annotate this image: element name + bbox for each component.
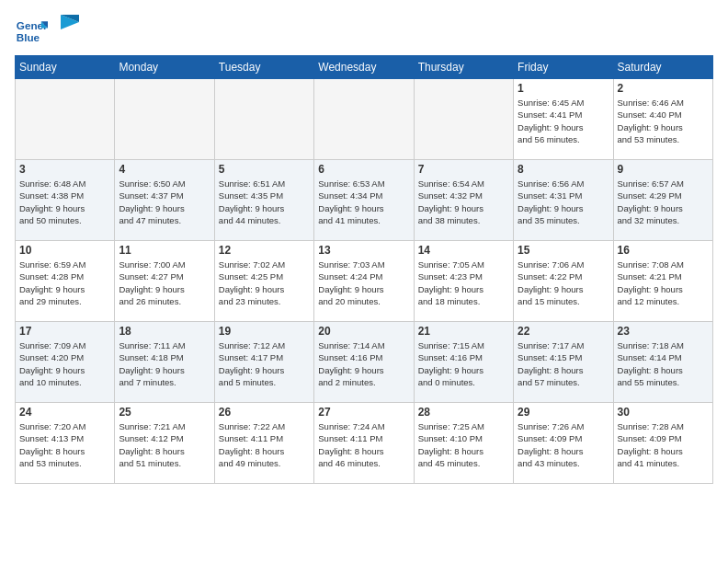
- day-info: Sunrise: 7:11 AMSunset: 4:18 PMDaylight:…: [119, 339, 210, 388]
- day-number: 16: [618, 244, 709, 257]
- calendar-table: SundayMondayTuesdayWednesdayThursdayFrid…: [15, 55, 713, 484]
- day-info: Sunrise: 7:09 AMSunset: 4:20 PMDaylight:…: [19, 339, 110, 388]
- calendar-day-cell: 6Sunrise: 6:53 AMSunset: 4:34 PMDaylight…: [314, 160, 414, 241]
- day-number: 8: [518, 163, 609, 176]
- calendar-day-cell: 8Sunrise: 6:56 AMSunset: 4:31 PMDaylight…: [514, 160, 613, 241]
- calendar-day-cell: [414, 79, 513, 160]
- svg-text:Blue: Blue: [17, 31, 40, 43]
- day-info: Sunrise: 7:00 AMSunset: 4:27 PMDaylight:…: [119, 259, 210, 307]
- weekday-header-friday: Friday: [514, 56, 613, 79]
- day-info: Sunrise: 6:59 AMSunset: 4:28 PMDaylight:…: [19, 259, 110, 307]
- day-info: Sunrise: 7:28 AMSunset: 4:09 PMDaylight:…: [618, 420, 709, 469]
- day-info: Sunrise: 6:57 AMSunset: 4:29 PMDaylight:…: [618, 178, 709, 226]
- day-number: 29: [518, 406, 609, 419]
- calendar-day-cell: 12Sunrise: 7:02 AMSunset: 4:25 PMDayligh…: [214, 241, 313, 322]
- weekday-header-wednesday: Wednesday: [314, 56, 414, 79]
- day-info: Sunrise: 7:17 AMSunset: 4:15 PMDaylight:…: [518, 339, 609, 388]
- calendar-day-cell: 22Sunrise: 7:17 AMSunset: 4:15 PMDayligh…: [514, 322, 613, 403]
- day-number: 3: [19, 163, 110, 176]
- calendar-day-cell: 11Sunrise: 7:00 AMSunset: 4:27 PMDayligh…: [115, 241, 214, 322]
- day-info: Sunrise: 6:45 AMSunset: 4:41 PMDaylight:…: [518, 97, 609, 145]
- weekday-header-saturday: Saturday: [613, 56, 712, 79]
- day-number: 5: [219, 163, 310, 176]
- weekday-header-monday: Monday: [115, 56, 214, 79]
- day-number: 12: [219, 244, 310, 257]
- day-info: Sunrise: 6:53 AMSunset: 4:34 PMDaylight:…: [318, 178, 409, 226]
- calendar-day-cell: 15Sunrise: 7:06 AMSunset: 4:22 PMDayligh…: [514, 241, 613, 322]
- day-info: Sunrise: 6:56 AMSunset: 4:31 PMDaylight:…: [518, 178, 609, 226]
- calendar-day-cell: 18Sunrise: 7:11 AMSunset: 4:18 PMDayligh…: [115, 322, 214, 403]
- calendar-day-cell: 24Sunrise: 7:20 AMSunset: 4:13 PMDayligh…: [16, 403, 115, 484]
- day-number: 2: [618, 82, 709, 95]
- calendar-day-cell: 16Sunrise: 7:08 AMSunset: 4:21 PMDayligh…: [613, 241, 712, 322]
- day-number: 21: [418, 325, 509, 338]
- logo-icon: General Blue: [15, 15, 48, 48]
- calendar-day-cell: 29Sunrise: 7:26 AMSunset: 4:09 PMDayligh…: [514, 403, 613, 484]
- day-info: Sunrise: 7:02 AMSunset: 4:25 PMDaylight:…: [219, 259, 310, 307]
- day-number: 17: [19, 325, 110, 338]
- calendar-day-cell: 23Sunrise: 7:18 AMSunset: 4:14 PMDayligh…: [613, 322, 712, 403]
- day-info: Sunrise: 7:18 AMSunset: 4:14 PMDaylight:…: [618, 339, 709, 388]
- day-number: 9: [618, 163, 709, 176]
- day-info: Sunrise: 7:20 AMSunset: 4:13 PMDaylight:…: [19, 420, 110, 469]
- day-info: Sunrise: 7:21 AMSunset: 4:12 PMDaylight:…: [119, 420, 210, 469]
- calendar-day-cell: 4Sunrise: 6:50 AMSunset: 4:37 PMDaylight…: [115, 160, 214, 241]
- calendar-week-row: 17Sunrise: 7:09 AMSunset: 4:20 PMDayligh…: [16, 322, 713, 403]
- day-info: Sunrise: 7:15 AMSunset: 4:16 PMDaylight:…: [418, 339, 509, 388]
- day-number: 10: [19, 244, 110, 257]
- calendar-day-cell: 28Sunrise: 7:25 AMSunset: 4:10 PMDayligh…: [414, 403, 513, 484]
- day-number: 19: [219, 325, 310, 338]
- calendar-day-cell: 26Sunrise: 7:22 AMSunset: 4:11 PMDayligh…: [214, 403, 313, 484]
- calendar-week-row: 3Sunrise: 6:48 AMSunset: 4:38 PMDaylight…: [16, 160, 713, 241]
- day-number: 22: [518, 325, 609, 338]
- day-info: Sunrise: 7:14 AMSunset: 4:16 PMDaylight:…: [318, 339, 409, 388]
- calendar-day-cell: 3Sunrise: 6:48 AMSunset: 4:38 PMDaylight…: [16, 160, 115, 241]
- weekday-header-thursday: Thursday: [414, 56, 513, 79]
- day-number: 30: [618, 406, 709, 419]
- day-info: Sunrise: 6:54 AMSunset: 4:32 PMDaylight:…: [418, 178, 509, 226]
- calendar-day-cell: 7Sunrise: 6:54 AMSunset: 4:32 PMDaylight…: [414, 160, 513, 241]
- calendar-week-row: 1Sunrise: 6:45 AMSunset: 4:41 PMDaylight…: [16, 79, 713, 160]
- day-number: 14: [418, 244, 509, 257]
- calendar-day-cell: [314, 79, 414, 160]
- day-number: 7: [418, 163, 509, 176]
- calendar-day-cell: 25Sunrise: 7:21 AMSunset: 4:12 PMDayligh…: [115, 403, 214, 484]
- day-number: 18: [119, 325, 210, 338]
- day-info: Sunrise: 7:25 AMSunset: 4:10 PMDaylight:…: [418, 420, 509, 469]
- day-number: 26: [219, 406, 310, 419]
- day-info: Sunrise: 6:46 AMSunset: 4:40 PMDaylight:…: [618, 97, 709, 145]
- day-number: 24: [19, 406, 110, 419]
- day-info: Sunrise: 7:24 AMSunset: 4:11 PMDaylight:…: [318, 420, 409, 469]
- day-number: 13: [318, 244, 409, 257]
- calendar-day-cell: [115, 79, 214, 160]
- day-number: 20: [318, 325, 409, 338]
- calendar-day-cell: 2Sunrise: 6:46 AMSunset: 4:40 PMDaylight…: [613, 79, 712, 160]
- calendar-day-cell: 9Sunrise: 6:57 AMSunset: 4:29 PMDaylight…: [613, 160, 712, 241]
- day-number: 15: [518, 244, 609, 257]
- day-info: Sunrise: 7:05 AMSunset: 4:23 PMDaylight:…: [418, 259, 509, 307]
- calendar-week-row: 10Sunrise: 6:59 AMSunset: 4:28 PMDayligh…: [16, 241, 713, 322]
- day-number: 11: [119, 244, 210, 257]
- day-number: 4: [119, 163, 210, 176]
- calendar-day-cell: [214, 79, 313, 160]
- day-number: 27: [318, 406, 409, 419]
- day-info: Sunrise: 7:03 AMSunset: 4:24 PMDaylight:…: [318, 259, 409, 307]
- calendar-day-cell: 13Sunrise: 7:03 AMSunset: 4:24 PMDayligh…: [314, 241, 414, 322]
- day-number: 28: [418, 406, 509, 419]
- calendar-day-cell: [16, 79, 115, 160]
- logo-flag-icon: [61, 15, 79, 40]
- page-header: General Blue: [15, 15, 713, 48]
- calendar-day-cell: 10Sunrise: 6:59 AMSunset: 4:28 PMDayligh…: [16, 241, 115, 322]
- day-info: Sunrise: 7:26 AMSunset: 4:09 PMDaylight:…: [518, 420, 609, 469]
- calendar-day-cell: 17Sunrise: 7:09 AMSunset: 4:20 PMDayligh…: [16, 322, 115, 403]
- day-info: Sunrise: 7:06 AMSunset: 4:22 PMDaylight:…: [518, 259, 609, 307]
- logo: General Blue: [15, 15, 79, 48]
- weekday-header-sunday: Sunday: [16, 56, 115, 79]
- calendar-day-cell: 1Sunrise: 6:45 AMSunset: 4:41 PMDaylight…: [514, 79, 613, 160]
- weekday-header-row: SundayMondayTuesdayWednesdayThursdayFrid…: [16, 56, 713, 79]
- day-info: Sunrise: 7:08 AMSunset: 4:21 PMDaylight:…: [618, 259, 709, 307]
- day-number: 6: [318, 163, 409, 176]
- weekday-header-tuesday: Tuesday: [214, 56, 313, 79]
- day-info: Sunrise: 6:51 AMSunset: 4:35 PMDaylight:…: [219, 178, 310, 226]
- calendar-day-cell: 14Sunrise: 7:05 AMSunset: 4:23 PMDayligh…: [414, 241, 513, 322]
